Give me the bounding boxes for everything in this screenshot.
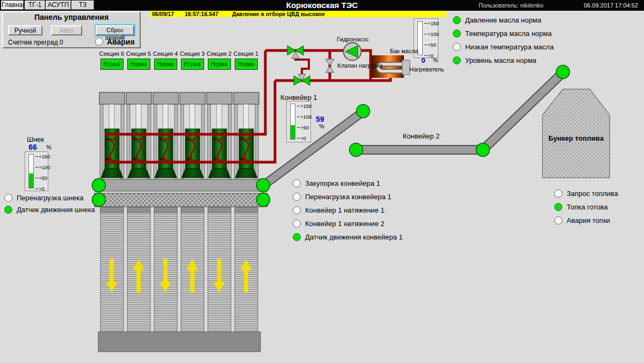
oil-tank-unit: % <box>433 57 438 63</box>
indicator-label: Конвейер 1 натяжение 2 <box>305 220 385 228</box>
flow-arrow-down <box>110 259 114 281</box>
status-lamp <box>4 206 12 214</box>
flow-arrow-down <box>217 259 221 281</box>
alarm-lamp-label: Авария <box>107 38 135 46</box>
status-lamp <box>293 233 301 241</box>
three-way-valve-1-icon <box>287 46 303 59</box>
shnek-gauge-fill <box>29 173 33 188</box>
indicator-label: Закупорка конвейера 1 <box>305 179 380 187</box>
oil-indicators: Давление масла нормаТемпература масла но… <box>453 16 554 69</box>
conveyor1-gauge-fill <box>291 125 295 139</box>
status-lamp <box>554 216 562 224</box>
manual-button[interactable]: Ручной <box>8 25 42 35</box>
section-status-button[interactable]: Норма <box>235 59 258 70</box>
alarm-lamp <box>95 38 103 46</box>
furnace-indicators: Запрос топливаТопка готоваАвария топки <box>554 189 618 229</box>
oil-tank-label: Бак масла <box>390 48 418 54</box>
status-lamp <box>554 190 562 198</box>
auto-button[interactable]: Авто <box>51 25 82 35</box>
indicator-label: Авария топки <box>567 216 610 224</box>
section-status-button[interactable]: Норма <box>208 59 231 70</box>
shnek-value: 66 <box>24 143 42 151</box>
indicator-row: Перенагрузка шнека <box>4 193 95 202</box>
section-status-button[interactable]: Норма <box>154 59 177 70</box>
section-label: Секция 2 <box>206 50 233 57</box>
alarm-message: Давление в отборе ЦВД высокое <box>232 11 325 17</box>
status-lamp <box>293 220 301 228</box>
section-status-button[interactable]: Норма <box>100 59 124 70</box>
shnek-indicators: Перенагрузка шнекаДатчик движения шнека <box>4 193 95 217</box>
status-lamp <box>554 203 562 211</box>
shnek-gauge: +150+100 +50+0 <box>25 151 48 191</box>
conveyor1-indicators: Закупорка конвейера 1Перенагрузка конвей… <box>293 179 403 246</box>
status-lamp <box>453 30 461 38</box>
shnek-label: Шнек <box>19 135 52 143</box>
three-way-valve-2-icon <box>294 74 310 85</box>
scada-screen: ГлавнаяТГ-1АСУТПТЗ Корюковская ТЭС Польз… <box>0 0 644 363</box>
section-label: Секция 6 <box>98 50 125 57</box>
title-bar: ГлавнаяТГ-1АСУТПТЗ Корюковская ТЭС Польз… <box>0 0 644 11</box>
fuel-bunker-label: Бункер топлива <box>542 134 610 142</box>
indicator-label: Перенагрузка шнека <box>17 194 84 202</box>
oil-tank-value: 0 <box>419 56 428 64</box>
barrier-counter-value: 0 <box>60 39 63 46</box>
status-lamp <box>453 56 461 64</box>
indicator-label: Уровень масла норма <box>465 56 537 64</box>
control-panel: Панель управления Ручной Авто Сброс авар… <box>2 11 141 48</box>
indicator-row: Датчик движения шнека <box>4 205 95 214</box>
section-label: Секция 3 <box>179 50 206 57</box>
indicator-label: Температура масла норма <box>465 30 552 38</box>
section-status-button[interactable]: Норма <box>127 59 150 70</box>
control-panel-title: Панель управления <box>3 13 140 21</box>
hydro-pump-icon <box>344 43 361 61</box>
press-base <box>98 332 261 352</box>
indicator-row: Топка готова <box>554 202 618 211</box>
sections-row: Секция 6НормаСекция 5НормаСекция 4НормаС… <box>98 50 265 72</box>
pump-label: Гидронасос <box>333 36 373 42</box>
status-lamp <box>293 206 301 214</box>
section-status-button[interactable]: Норма <box>181 59 204 70</box>
indicator-label: Топка готова <box>567 203 607 211</box>
indicator-row: Закупорка конвейера 1 <box>293 179 403 187</box>
indicator-label: Низкая температура масла <box>465 43 554 51</box>
indicator-row: Низкая температура масла <box>453 42 554 51</box>
alarm-strip[interactable]: 06/09/17 16:57:16.547 Давление в отборе … <box>149 11 446 17</box>
indicator-label: Запрос топлива <box>567 190 618 198</box>
press-beam <box>95 179 267 191</box>
indicator-row: Давление масла норма <box>453 16 554 24</box>
status-lamp <box>293 179 301 187</box>
fuel-bunker <box>542 89 610 178</box>
press-belt <box>95 193 267 207</box>
indicator-row: Датчик движения конвейера 1 <box>293 233 403 241</box>
clock: 06.09.2017 17:04:52 <box>584 2 638 9</box>
section-cell: Секция 4Норма <box>152 50 179 70</box>
indicator-label: Давление масла норма <box>465 16 541 24</box>
section-label: Секция 5 <box>125 50 152 57</box>
alarm-date: 06/09/17 <box>152 11 174 17</box>
conveyor1-gauge: +150+100 +50+0 <box>286 101 311 142</box>
page-title: Корюковская ТЭС <box>0 1 644 10</box>
load-valve-icon <box>325 59 334 72</box>
conveyor1-value: 59 <box>316 115 324 124</box>
flow-arrow-down <box>163 259 168 281</box>
section-label: Секция 4 <box>152 50 179 57</box>
indicator-row: Конвейер 1 натяжение 1 <box>293 206 403 214</box>
indicator-label: Перенагрузка конвейера 1 <box>305 193 392 201</box>
section-cell: Секция 6Норма <box>98 50 125 70</box>
conveyor2-label: Конвейер 2 <box>403 132 440 140</box>
status-lamp <box>4 194 12 202</box>
section-cell: Секция 1Норма <box>233 50 259 70</box>
indicator-row: Перенагрузка конвейера 1 <box>293 192 403 201</box>
indicator-row: Запрос топлива <box>554 189 618 198</box>
status-lamp <box>453 16 461 24</box>
reset-alarms-button[interactable]: Сброс аварий <box>96 25 134 35</box>
indicator-label: Датчик движения конвейера 1 <box>305 233 403 241</box>
status-lamp <box>293 193 301 201</box>
section-cell: Секция 2Норма <box>206 50 233 70</box>
user-label: Пользователь: nikitenko <box>479 2 544 9</box>
status-lamp <box>453 43 461 51</box>
barrier-counter: Счетчик преград0 <box>8 39 63 46</box>
indicator-row: Конвейер 1 натяжение 2 <box>293 219 403 228</box>
press-units <box>99 92 259 332</box>
indicator-row: Авария топки <box>554 216 618 224</box>
